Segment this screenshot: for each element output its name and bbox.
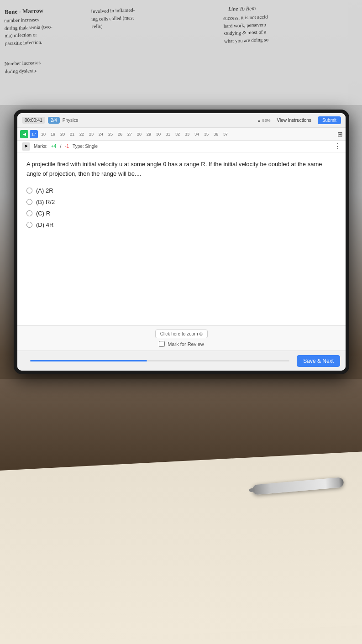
bottom-nav: Save & Next: [17, 351, 346, 371]
mark-review-label: Mark for Review: [168, 341, 204, 347]
q-num-33[interactable]: 33: [183, 130, 191, 138]
grid-icon[interactable]: ⊞: [337, 131, 343, 138]
option-d-label: (D) 4R: [36, 221, 53, 228]
mark-for-review[interactable]: Mark for Review: [159, 341, 204, 347]
q-num-26[interactable]: 26: [116, 130, 124, 138]
q-num-37[interactable]: 37: [221, 130, 230, 138]
q-num-30[interactable]: 30: [154, 130, 163, 138]
q-num-prev[interactable]: ◀: [20, 130, 28, 138]
notes-area: Bone - Marrow number increasesduring tha…: [0, 0, 362, 105]
option-a-radio[interactable]: [26, 188, 32, 194]
q-num-22[interactable]: 22: [78, 130, 86, 138]
note-title: Bone - Marrow: [5, 6, 44, 16]
option-a-label: (A) 2R: [36, 187, 53, 194]
q-num-34[interactable]: 34: [193, 130, 201, 138]
q-num-28[interactable]: 28: [135, 130, 143, 138]
top-bar-right: ▲ 83% View Instructions Submit: [257, 116, 341, 124]
top-bar-left: 00:00:41 2/4 Physics: [22, 117, 78, 124]
option-b-label: (B) R/2: [36, 199, 55, 205]
question-numbers-row: ◀ 17 18 19 20 21 22 23 24 25 26 27 28 29…: [17, 128, 346, 141]
progress-bar-container: [30, 360, 289, 361]
q-num-20[interactable]: 20: [58, 130, 67, 138]
tablet-screen: 00:00:41 2/4 Physics ▲ 83% View Instruct…: [17, 113, 346, 371]
meta-row: ⚑ Marks: +4 / -1 Type: Single ⋮: [17, 141, 346, 152]
marks-separator: /: [60, 144, 61, 149]
option-b[interactable]: (B) R/2: [26, 199, 336, 205]
note-text-4: success, it is not accidhard work, perse…: [223, 13, 269, 44]
q-num-27[interactable]: 27: [126, 130, 134, 138]
marks-negative: -1: [65, 144, 69, 149]
more-options-icon[interactable]: ⋮: [334, 142, 341, 151]
note-text-1: number increasesduring thalasemia (two-n…: [4, 15, 53, 47]
subject-label: Physics: [63, 118, 78, 123]
question-content: A projectile fired with initial velocity…: [17, 152, 346, 325]
save-next-button[interactable]: Save & Next: [297, 355, 340, 367]
q-num-29[interactable]: 29: [145, 130, 153, 138]
option-d[interactable]: (D) 4R: [26, 221, 336, 228]
option-d-radio[interactable]: [26, 222, 32, 228]
option-c-label: (C) R: [36, 210, 50, 217]
q-num-32[interactable]: 32: [173, 130, 182, 138]
zoom-button[interactable]: Click here to zoom ⊕: [155, 330, 208, 338]
mark-review-checkbox[interactable]: [159, 341, 165, 347]
q-num-35[interactable]: 35: [202, 130, 210, 138]
q-num-18[interactable]: 18: [39, 130, 47, 138]
question-type-label: Type: Single: [73, 144, 98, 149]
option-c-radio[interactable]: [26, 210, 32, 216]
submit-button[interactable]: Submit: [318, 116, 341, 124]
marks-label: Marks:: [34, 144, 47, 149]
signal-icons: ▲ 83%: [257, 118, 270, 123]
progress-bar-fill: [30, 360, 147, 361]
option-b-radio[interactable]: [26, 199, 32, 205]
q-num-36[interactable]: 36: [212, 130, 220, 138]
flag-icon[interactable]: ⚑: [22, 142, 30, 151]
q-num-24[interactable]: 24: [97, 130, 105, 138]
q-num-25[interactable]: 25: [106, 130, 115, 138]
q-num-17[interactable]: 17: [30, 130, 38, 138]
timer: 00:00:41: [22, 117, 45, 124]
q-num-21[interactable]: 21: [68, 130, 76, 138]
q-num-19[interactable]: 19: [49, 130, 57, 138]
question-counter: 2/4: [48, 117, 60, 124]
top-bar: 00:00:41 2/4 Physics ▲ 83% View Instruct…: [17, 113, 346, 128]
question-footer: Click here to zoom ⊕ Mark for Review: [17, 325, 346, 351]
note-text-2: Number increasesduring dyslexia.: [4, 59, 41, 75]
view-instructions-button[interactable]: View Instructions: [274, 117, 314, 124]
tablet-device: 00:00:41 2/4 Physics ▲ 83% View Instruct…: [14, 110, 349, 374]
note-title-2: Line To Rem: [228, 4, 256, 13]
option-a[interactable]: (A) 2R: [26, 187, 336, 194]
marks-positive: +4: [51, 144, 56, 149]
q-num-31[interactable]: 31: [164, 130, 172, 138]
q-num-23[interactable]: 23: [87, 130, 95, 138]
question-text: A projectile fired with initial velocity…: [26, 160, 336, 179]
note-text-3: Involved in inflamed-ing cells called (m…: [91, 6, 136, 30]
option-c[interactable]: (C) R: [26, 210, 336, 217]
